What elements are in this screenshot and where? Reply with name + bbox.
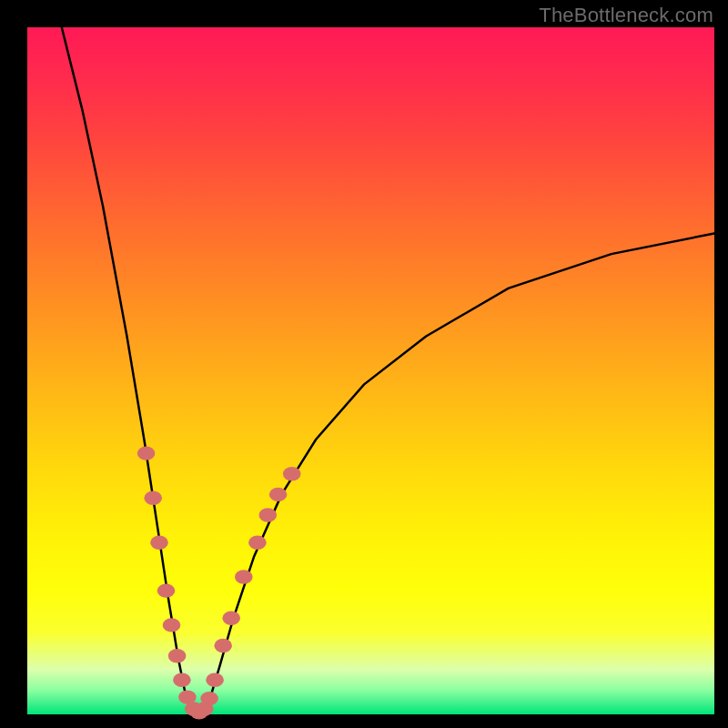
data-marker [248,536,267,550]
data-marker [206,673,224,687]
data-marker [173,673,191,687]
data-marker [144,491,162,505]
curve-left-branch [62,27,199,714]
data-marker [200,692,218,705]
data-marker [269,488,288,501]
data-marker [283,467,301,480]
data-marker [222,612,240,625]
curve-layer [27,27,714,714]
data-marker [214,639,232,652]
data-marker [157,583,176,597]
marker-group [137,446,301,719]
watermark-text: TheBottleneck.com [539,4,713,27]
data-marker [259,508,278,521]
chart-frame: TheBottleneck.com [0,0,728,728]
plot-area [27,27,714,714]
data-marker [150,536,168,550]
data-marker [137,446,156,460]
data-marker [168,649,187,662]
data-marker [163,618,181,632]
curve-right-branch [199,234,714,715]
data-marker [235,570,253,583]
